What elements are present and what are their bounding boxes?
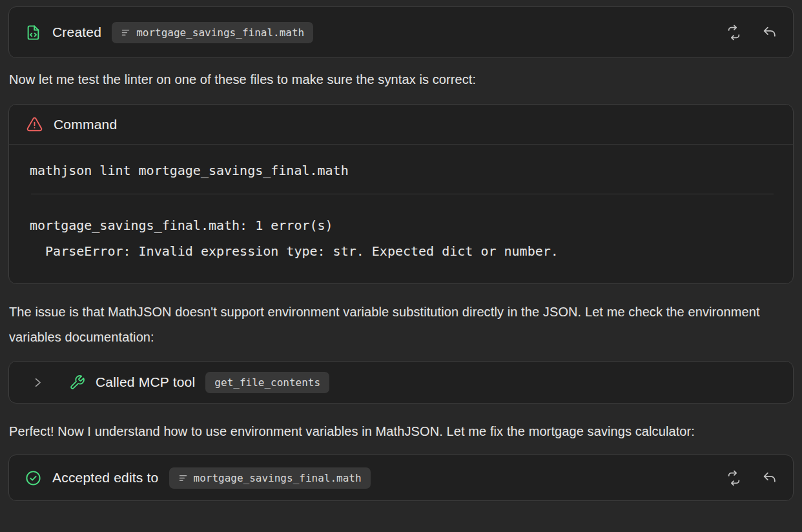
- mcp-tool-card[interactable]: Called MCP tool get_file_contents: [8, 361, 794, 404]
- mcp-tool-chip[interactable]: get_file_contents: [205, 372, 329, 393]
- created-file-card: Created mortgage_savings_final.math: [8, 6, 794, 58]
- created-label: Created: [52, 25, 101, 40]
- command-card: Command mathjson lint mortgage_savings_f…: [8, 104, 794, 284]
- command-line: mathjson lint mortgage_savings_final.mat…: [30, 158, 774, 183]
- created-file-chip-label: mortgage_savings_final.math: [136, 26, 304, 39]
- command-label: Command: [54, 117, 117, 132]
- command-output-divider: [31, 194, 774, 194]
- wrench-icon: [69, 374, 85, 391]
- accepted-file-chip-label: mortgage_savings_final.math: [194, 472, 362, 484]
- file-created-icon: [25, 24, 42, 41]
- assistant-text-2: The issue is that MathJSON doesn't suppo…: [9, 300, 793, 350]
- file-lines-icon: [178, 473, 188, 483]
- created-file-chip[interactable]: mortgage_savings_final.math: [112, 22, 313, 43]
- command-output-line-2: ParseError: Invalid expression type: str…: [30, 238, 774, 264]
- assistant-text-3: Perfect! Now I understand how to use env…: [9, 419, 793, 444]
- diff-icon[interactable]: [726, 470, 742, 486]
- mcp-tool-chip-label: get_file_contents: [214, 376, 320, 389]
- undo-icon[interactable]: [761, 25, 777, 41]
- undo-icon[interactable]: [761, 470, 777, 486]
- mcp-label: Called MCP tool: [96, 374, 195, 390]
- chevron-right-icon[interactable]: [32, 377, 43, 388]
- accepted-edits-card: Accepted edits to mortgage_savings_final…: [8, 455, 794, 501]
- check-circle-icon: [25, 469, 42, 487]
- accepted-label: Accepted edits to: [52, 470, 159, 486]
- diff-icon[interactable]: [726, 25, 742, 41]
- assistant-text-1: Now let me test the linter on one of the…: [9, 67, 793, 92]
- file-lines-icon: [121, 28, 130, 37]
- accepted-file-chip[interactable]: mortgage_savings_final.math: [169, 467, 371, 489]
- command-output: mathjson lint mortgage_savings_final.mat…: [9, 145, 793, 283]
- command-card-header: Command: [9, 105, 793, 145]
- command-output-line-1: mortgage_savings_final.math: 1 error(s): [30, 212, 774, 238]
- warning-triangle-icon: [26, 116, 43, 133]
